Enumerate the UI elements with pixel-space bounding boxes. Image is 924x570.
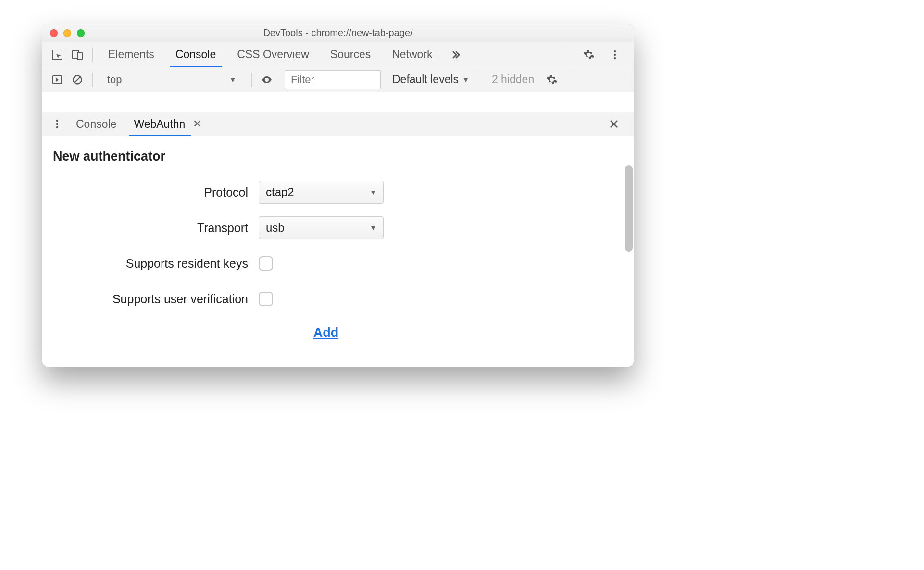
devtools-window: DevTools - chrome://new-tab-page/ Elemen… xyxy=(42,24,634,367)
console-settings-gear-icon[interactable] xyxy=(542,70,562,90)
console-sidebar-toggle-icon[interactable] xyxy=(47,70,67,90)
protocol-label: Protocol xyxy=(42,186,259,199)
levels-label: Default levels xyxy=(392,73,459,86)
section-heading: New authenticator xyxy=(42,136,634,174)
tab-network[interactable]: Network xyxy=(381,42,443,67)
divider xyxy=(92,73,93,87)
kebab-menu-icon[interactable] xyxy=(605,45,625,65)
console-toolbar: top ▼ Default levels ▼ 2 hidden xyxy=(42,67,634,92)
settings-gear-icon[interactable] xyxy=(579,45,599,65)
titlebar: DevTools - chrome://new-tab-page/ xyxy=(42,24,634,42)
divider xyxy=(251,73,252,87)
svg-line-8 xyxy=(75,77,80,83)
console-output-area xyxy=(42,92,634,112)
svg-rect-2 xyxy=(77,52,82,60)
tab-label: CSS Overview xyxy=(237,48,309,61)
resident-keys-checkbox[interactable] xyxy=(259,256,273,271)
chevron-down-icon: ▼ xyxy=(462,76,469,84)
tab-elements[interactable]: Elements xyxy=(98,42,165,67)
drawer-tab-label: WebAuthn xyxy=(134,118,185,131)
svg-point-9 xyxy=(56,120,58,122)
window-title: DevTools - chrome://new-tab-page/ xyxy=(263,27,412,38)
zoom-window-button[interactable] xyxy=(77,29,85,37)
tab-label: Network xyxy=(392,48,432,61)
divider xyxy=(478,73,478,87)
divider xyxy=(92,48,93,62)
scrollbar-thumb[interactable] xyxy=(625,165,633,252)
chevron-down-icon: ▼ xyxy=(370,188,376,196)
chevron-down-icon: ▼ xyxy=(370,224,376,232)
tab-label: Console xyxy=(175,48,216,61)
svg-point-10 xyxy=(56,123,58,125)
tab-sources[interactable]: Sources xyxy=(320,42,381,67)
execution-context-select[interactable]: top ▼ xyxy=(102,70,242,89)
top-tab-bar: Elements Console CSS Overview Sources Ne… xyxy=(42,42,634,67)
tab-css-overview[interactable]: CSS Overview xyxy=(226,42,320,67)
minimize-window-button[interactable] xyxy=(63,29,71,37)
drawer-tab-label: Console xyxy=(76,118,116,131)
drawer-tab-console[interactable]: Console xyxy=(67,112,125,136)
add-authenticator-button[interactable]: Add xyxy=(177,325,475,340)
drawer-tab-webauthn[interactable]: WebAuthn ✕ xyxy=(125,112,210,136)
drawer-close-icon[interactable] xyxy=(604,114,624,134)
drawer-tab-bar: Console WebAuthn ✕ xyxy=(42,112,634,136)
context-value: top xyxy=(107,74,122,86)
svg-point-5 xyxy=(614,57,616,59)
panel-tabs: Elements Console CSS Overview Sources Ne… xyxy=(98,42,443,67)
svg-point-11 xyxy=(56,126,58,128)
drawer-kebab-icon[interactable] xyxy=(47,114,67,134)
inspect-element-icon[interactable] xyxy=(47,45,67,65)
resident-keys-label: Supports resident keys xyxy=(42,257,259,271)
webauthn-panel: New authenticator Protocol ctap2 ▼ Trans… xyxy=(42,136,634,367)
tab-label: Elements xyxy=(108,48,154,61)
transport-label: Transport xyxy=(42,221,259,235)
window-controls xyxy=(50,29,85,37)
user-verification-label: Supports user verification xyxy=(42,292,259,306)
hidden-messages-count[interactable]: 2 hidden xyxy=(492,73,534,86)
svg-point-3 xyxy=(614,50,616,52)
clear-console-icon[interactable] xyxy=(67,70,87,90)
device-toolbar-icon[interactable] xyxy=(67,45,87,65)
more-tabs-icon[interactable] xyxy=(446,45,466,65)
new-authenticator-form: Protocol ctap2 ▼ Transport usb ▼ Support… xyxy=(42,174,398,317)
live-expression-eye-icon[interactable] xyxy=(257,70,277,90)
divider xyxy=(568,48,568,62)
protocol-value: ctap2 xyxy=(266,186,294,199)
close-tab-icon[interactable]: ✕ xyxy=(193,118,201,130)
tab-label: Sources xyxy=(330,48,371,61)
user-verification-checkbox[interactable] xyxy=(259,292,273,306)
log-levels-select[interactable]: Default levels ▼ xyxy=(388,73,473,86)
chevron-down-icon: ▼ xyxy=(229,76,236,84)
close-window-button[interactable] xyxy=(50,29,58,37)
svg-point-4 xyxy=(614,53,616,55)
console-filter-input[interactable] xyxy=(285,70,381,89)
transport-select[interactable]: usb ▼ xyxy=(259,216,384,239)
transport-value: usb xyxy=(266,221,285,235)
tab-console[interactable]: Console xyxy=(165,42,226,67)
protocol-select[interactable]: ctap2 ▼ xyxy=(259,181,384,204)
